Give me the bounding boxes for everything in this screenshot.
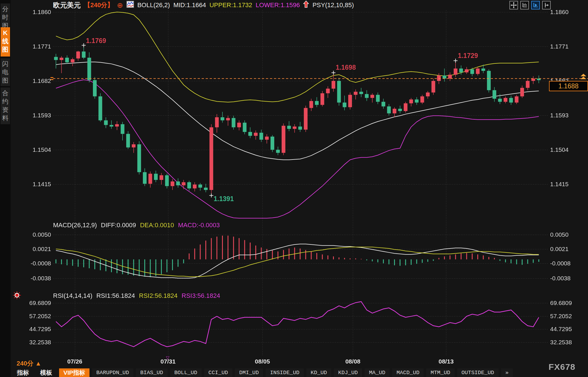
price-annotation-low: 1.1391 — [214, 195, 234, 203]
tab-OUTSIDE_UD[interactable]: OUTSIDE_UD — [457, 368, 499, 377]
rsi2-value: RSI2:56.1824 — [139, 292, 178, 300]
price-annotation-high: 1.1769 — [86, 37, 106, 45]
macd-axis-label: -0.0038 — [20, 275, 51, 282]
macd-macd-value: MACD:-0.0003 — [178, 221, 220, 229]
rsi-axis-label: 32.2538 — [550, 339, 585, 346]
macd-axis-label: -0.0008 — [550, 260, 585, 267]
price-annotation-high: 1.1729 — [458, 52, 478, 60]
tab-KDJ_UD[interactable]: KDJ_UD — [334, 368, 362, 377]
price-axis-label: 1.1860 — [20, 9, 51, 15]
rsi1-value: RSI1:56.1824 — [96, 292, 135, 300]
macd-axis-label: 0.0021 — [20, 246, 51, 252]
tab-»[interactable]: » — [501, 368, 513, 377]
tab-BARUPDN_UD[interactable]: BARUPDN_UD — [92, 368, 133, 377]
price-annotation-high: 1.1698 — [336, 64, 356, 71]
macd-axis-label: 0.0021 — [550, 246, 585, 252]
macd-name: MACD(26,12,9) — [53, 221, 97, 229]
tab-模板[interactable]: 模板 — [36, 368, 57, 377]
tab-MA_UD[interactable]: MA_UD — [365, 368, 390, 377]
price-axis-label: 1.1415 — [550, 181, 585, 188]
price-chart-canvas[interactable] — [11, 0, 588, 368]
rsi-header: RSI(14,14,14) RSI1:56.1824 RSI2:56.1824 … — [53, 292, 220, 300]
scroll-to-latest-icon[interactable] — [580, 73, 587, 80]
date-axis-label: 08/08 — [340, 358, 366, 365]
tab-KD_UD[interactable]: KD_UD — [306, 368, 331, 377]
macd-axis-label: -0.0038 — [550, 275, 585, 282]
price-axis-label: 1.1593 — [550, 112, 585, 119]
price-axis-label: 1.1593 — [20, 112, 51, 119]
tab-MTM_UD[interactable]: MTM_UD — [426, 368, 454, 377]
date-axis-label: 08/05 — [250, 358, 275, 365]
date-axis-label: 07/26 — [62, 358, 88, 365]
footer-period-label[interactable]: 240分 ▲ — [17, 359, 42, 368]
rsi-axis-label: 44.7295 — [550, 326, 585, 333]
macd-header: MACD(26,12,9) DIFF:0.0009 DEA:0.0010 MAC… — [53, 221, 220, 229]
price-axis-label: 1.1504 — [550, 146, 585, 153]
price-axis-label: 1.1860 — [550, 9, 585, 15]
tab-CCI_UD[interactable]: CCI_UD — [204, 368, 232, 377]
rsi3-value: RSI3:56.1824 — [182, 292, 220, 300]
macd-dea-value: DEA:0.0010 — [140, 221, 174, 229]
macd-diff-value: DIFF:0.0009 — [101, 221, 136, 229]
tab-INSIDE_UD[interactable]: INSIDE_UD — [266, 368, 304, 377]
tab-BIAS_UD[interactable]: BIAS_UD — [136, 368, 168, 377]
tab-MACD_UD[interactable]: MACD_UD — [392, 368, 424, 377]
price-axis-label: 1.1682 — [20, 77, 51, 84]
tab-BOLL_UD[interactable]: BOLL_UD — [170, 368, 202, 377]
price-axis-label: 1.1415 — [20, 181, 51, 188]
watermark: FX678 — [549, 362, 575, 372]
trading-app-window: 分时图K线图闪电图合约资料 欧元美元 【240分】 ⊕ BOLL(26,2) M… — [0, 0, 588, 377]
current-price-badge: 1.1688 — [549, 81, 588, 91]
tab-指标[interactable]: 指标 — [13, 368, 33, 377]
indicator-tabbar: 指标模板VIP指标BARUPDN_UDBIAS_UDBOLL_UDCCI_UDD… — [13, 368, 513, 377]
date-axis-label: 08/13 — [433, 358, 459, 365]
price-axis-label: 1.1771 — [550, 43, 585, 50]
sidebar-item-1[interactable]: K线图 — [1, 27, 10, 57]
chart-type-sidebar: 分时图K线图闪电图合约资料 — [0, 0, 11, 377]
macd-axis-label: 0.0050 — [20, 231, 51, 238]
sidebar-item-3[interactable]: 合约资料 — [1, 88, 10, 124]
macd-axis-label: 0.0050 — [550, 231, 585, 238]
rsi-axis-label: 57.2052 — [550, 313, 585, 320]
rsi-axis-label: 69.6809 — [20, 300, 51, 306]
rsi-axis-label: 32.2538 — [20, 339, 51, 346]
rsi-axis-label: 69.6809 — [550, 300, 585, 306]
tab-DMI_UD[interactable]: DMI_UD — [235, 368, 263, 377]
macd-axis-label: -0.0008 — [20, 260, 51, 267]
rsi-axis-label: 57.2052 — [20, 313, 51, 320]
tab-VIP指标[interactable]: VIP指标 — [59, 368, 89, 377]
alert-dot-icon[interactable] — [13, 291, 21, 300]
sidebar-item-2[interactable]: 闪电图 — [1, 58, 10, 86]
rsi-name: RSI(14,14,14) — [53, 292, 92, 300]
event-marker-icon: ▽ — [166, 355, 170, 360]
price-axis-label: 1.1771 — [20, 43, 51, 50]
price-axis-label: 1.1504 — [20, 146, 51, 153]
rsi-axis-label: 44.7295 — [20, 326, 51, 333]
